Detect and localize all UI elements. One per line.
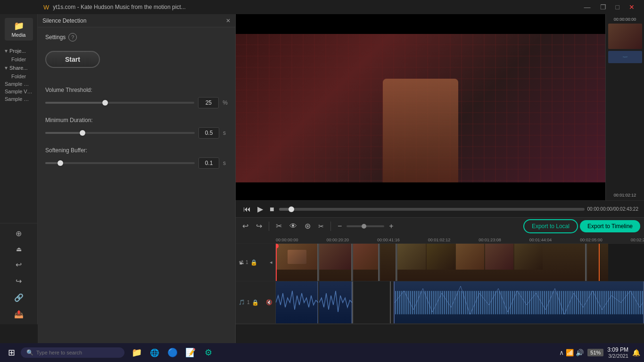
audio-wave-icon: 〰 bbox=[623, 55, 627, 60]
eye-btn[interactable]: 👁 bbox=[287, 220, 300, 232]
maximize-btn[interactable]: □ bbox=[612, 2, 623, 12]
taskbar-network-icon[interactable]: 📶 bbox=[566, 349, 574, 356]
audio-track-content[interactable] bbox=[276, 281, 644, 323]
clip-2-thumb bbox=[319, 244, 351, 270]
cut-btn[interactable]: ✂ bbox=[273, 220, 285, 232]
silence-panel-body: Start Volume Threshold: 25 % M bbox=[38, 45, 235, 183]
undo-btn[interactable]: ↩ bbox=[239, 220, 251, 232]
audio-cut-2 bbox=[390, 281, 391, 323]
taskbar-search-bar[interactable]: 🔍 bbox=[21, 347, 124, 358]
progress-bar[interactable] bbox=[279, 208, 585, 211]
sidebar: 📁 Media ▾ Proje... Folder ▾ Share... Fol… bbox=[0, 14, 38, 324]
taskbar-right: ∧ 📶 🔊 51% 3:09 PM 3/2/2021 🔔 bbox=[559, 346, 640, 359]
taskbar-app-chrome[interactable]: 🌐 bbox=[146, 344, 163, 361]
video-clip-5[interactable] bbox=[397, 244, 586, 281]
zoom-slider-track[interactable] bbox=[347, 225, 384, 227]
scissor2-btn[interactable]: ✂ bbox=[315, 221, 327, 232]
panel-controls: ✕ bbox=[226, 17, 231, 24]
progress-thumb[interactable] bbox=[289, 206, 294, 212]
help-btn[interactable]: ? bbox=[68, 33, 77, 41]
export-timeline-btn[interactable]: Export to Timeline bbox=[580, 220, 640, 232]
media-tab[interactable]: 📁 Media bbox=[5, 18, 33, 41]
audio-clip-2[interactable] bbox=[319, 281, 352, 323]
video-clip-3[interactable] bbox=[353, 244, 379, 281]
zoom-plus-btn[interactable]: + bbox=[386, 220, 396, 232]
undo-sidebar-btn[interactable]: ↩ bbox=[14, 258, 24, 271]
clip-1-thumb bbox=[277, 244, 317, 270]
start-btn[interactable]: ⊞ bbox=[4, 345, 19, 360]
taskbar-notification-icon[interactable]: 🔔 bbox=[632, 349, 640, 356]
restore-btn[interactable]: ❐ bbox=[596, 2, 610, 12]
taskbar-date: 3/2/2021 bbox=[607, 353, 628, 359]
stop-btn[interactable]: ■ bbox=[268, 203, 276, 215]
video-clip-7[interactable] bbox=[600, 244, 608, 281]
softening-buffer-slider-track[interactable] bbox=[45, 162, 195, 164]
minimize-btn[interactable]: — bbox=[580, 2, 594, 12]
export-local-btn[interactable]: Export to Local bbox=[523, 219, 578, 233]
folder-project[interactable]: ▾ Proje... bbox=[4, 46, 33, 56]
volume-slider-track[interactable] bbox=[45, 102, 194, 104]
video-clip-6[interactable] bbox=[587, 244, 599, 281]
audio-clip-main[interactable] bbox=[394, 281, 644, 323]
close-btn[interactable]: ✕ bbox=[625, 2, 638, 12]
ruler-mark-0: 00:00:00:00 bbox=[276, 238, 298, 242]
zoom-slider-thumb[interactable] bbox=[362, 224, 366, 229]
video-top-bar bbox=[236, 14, 605, 34]
taskbar-datetime[interactable]: 3:09 PM 3/2/2021 bbox=[607, 346, 628, 359]
audio-clip-1[interactable] bbox=[276, 281, 318, 323]
timeline-scrollbar bbox=[236, 324, 644, 324]
taskbar-chevron-icon[interactable]: ∧ bbox=[559, 349, 564, 356]
start-button[interactable]: Start bbox=[45, 51, 100, 68]
audio-cut-1 bbox=[352, 281, 353, 323]
min-duration-slider-thumb[interactable] bbox=[80, 130, 85, 136]
taskbar-battery: 51% bbox=[587, 349, 603, 356]
track-2-lock[interactable]: 🔒 bbox=[252, 299, 259, 306]
video-preview-area: 00:00:00:00 〰 00:01:02:12 bbox=[236, 14, 644, 200]
redo-btn[interactable]: ↪ bbox=[253, 220, 265, 232]
taskbar-app-filmora[interactable]: ⚙ bbox=[200, 344, 217, 361]
track-2-mute[interactable]: 🔇 bbox=[266, 299, 272, 305]
volume-slider-thumb[interactable] bbox=[102, 100, 108, 106]
volume-threshold-label: Volume Threshold: bbox=[45, 87, 228, 93]
softening-buffer-group: Softening Buffer: 0.1 s bbox=[45, 147, 228, 169]
sample-green[interactable]: Sample Gree... bbox=[4, 95, 33, 103]
settings-row: Settings ? bbox=[38, 27, 235, 45]
window-controls: — ❐ □ ✕ bbox=[580, 2, 638, 12]
video-clip-4[interactable] bbox=[380, 244, 396, 281]
video-clip-1[interactable] bbox=[276, 244, 318, 281]
ruler-mark-5: 00:01:44:04 bbox=[529, 238, 552, 242]
taskbar-search-input[interactable] bbox=[36, 350, 112, 355]
export-sidebar-btn[interactable]: 📤 bbox=[12, 308, 25, 321]
min-duration-slider-track[interactable] bbox=[45, 132, 195, 134]
detach-btn[interactable]: ⏏ bbox=[14, 244, 24, 255]
taskbar-app-explorer[interactable]: 📁 bbox=[128, 344, 145, 361]
folder-shared[interactable]: ▾ Share... bbox=[4, 63, 33, 73]
video-clip-2[interactable] bbox=[319, 244, 352, 281]
audio-track: 🎵 1 🔒 🔇 bbox=[236, 281, 644, 324]
taskbar-volume-icon[interactable]: 🔊 bbox=[576, 349, 584, 356]
ruler-mark-6: 00:02:05:00 bbox=[580, 238, 603, 242]
sub-folder-item-2[interactable]: Folder bbox=[10, 73, 33, 80]
project-folder-label: Proje... bbox=[9, 48, 26, 54]
taskbar-app-word[interactable]: 📝 bbox=[182, 344, 199, 361]
video-track-content[interactable] bbox=[276, 244, 644, 281]
track-1-lock[interactable]: 🔒 bbox=[250, 259, 257, 266]
add-media-btn[interactable]: ⊕ bbox=[14, 227, 24, 240]
playhead-line bbox=[276, 244, 277, 281]
zoom-minus-btn[interactable]: − bbox=[335, 220, 345, 232]
redo-sidebar-btn[interactable]: ↪ bbox=[14, 275, 24, 288]
prev-frame-btn[interactable]: ⏮ bbox=[241, 203, 253, 215]
softening-buffer-slider-thumb[interactable] bbox=[58, 160, 63, 166]
play-btn[interactable]: ▶ bbox=[256, 203, 265, 215]
clip-3-thumb bbox=[353, 244, 378, 270]
taskbar-app-chrome2[interactable]: 🔵 bbox=[164, 344, 181, 361]
panel-close-btn[interactable]: ✕ bbox=[226, 17, 231, 24]
track-1-collapse[interactable]: ◂ bbox=[270, 259, 272, 265]
sub-folder-item[interactable]: Folder bbox=[10, 56, 33, 63]
ripple-btn[interactable]: ⊛ bbox=[302, 220, 314, 232]
sample-color[interactable]: Sample Colo... bbox=[4, 80, 33, 88]
sample-video[interactable]: Sample Vide... bbox=[4, 88, 33, 95]
softening-unit: s bbox=[223, 160, 228, 166]
link-btn[interactable]: 🔗 bbox=[12, 291, 25, 304]
zoom-slider-group: − + bbox=[335, 220, 396, 232]
